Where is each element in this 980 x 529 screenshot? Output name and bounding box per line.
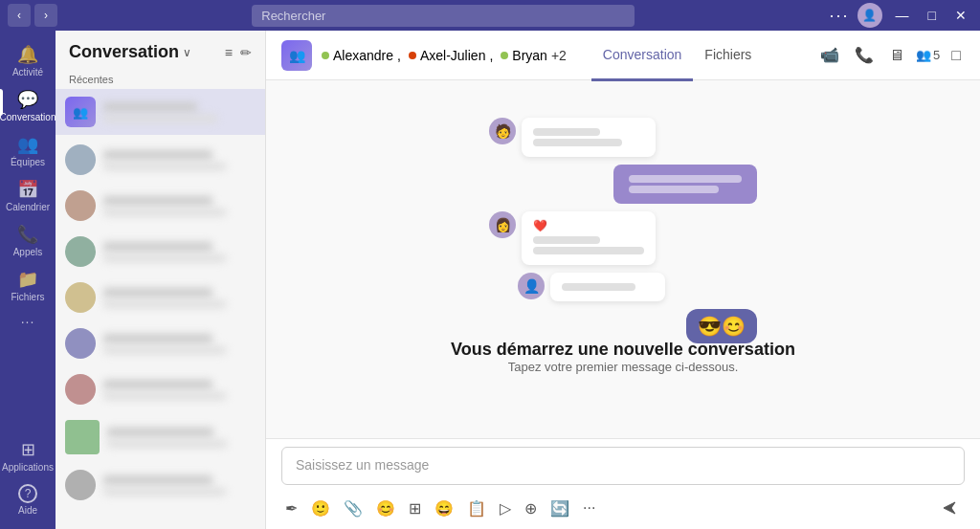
schedule-icon[interactable]: ▷ (496, 496, 515, 521)
participant-alexandre: Alexandre (333, 48, 393, 63)
main-content: 👥 Alexandre, Axel-Julien, Bryan +2 Conve… (266, 31, 980, 529)
close-button[interactable]: ✕ (949, 6, 972, 25)
sidebar-label-help: Aide (18, 505, 37, 516)
sticker-icon[interactable]: ⊞ (405, 496, 425, 521)
conv-item-preview (103, 300, 226, 308)
calendar-icon: 📅 (17, 179, 38, 200)
conv-item-content (103, 334, 240, 354)
conv-item-time (245, 107, 256, 118)
emoji-icon[interactable]: 🙂 (307, 496, 334, 521)
activity-icon: 🔔 (17, 44, 38, 65)
list-item[interactable] (56, 183, 265, 229)
sidebar-item-calendar[interactable]: 📅 Calendrier (0, 173, 56, 218)
conv-item-content (103, 380, 240, 400)
refresh-icon[interactable]: 🔄 (546, 496, 573, 521)
phone-call-icon[interactable]: 📞 (851, 42, 878, 68)
sidebar-item-help[interactable]: ? Aide (0, 478, 56, 521)
apps-icon: ⊞ (21, 439, 35, 460)
avatar (65, 236, 96, 267)
emoji2-icon[interactable]: 😊 (372, 496, 399, 521)
list-item[interactable] (56, 366, 265, 412)
avatar (65, 328, 96, 359)
conv-item-preview (103, 392, 226, 400)
send-button[interactable] (934, 493, 965, 523)
illus-avatar-1: 🧑 (489, 118, 516, 144)
conversation-list: 👥 (56, 89, 265, 529)
conv-title-dropdown[interactable]: ∨ (183, 46, 191, 59)
conv-item-name (103, 150, 212, 160)
search-input[interactable] (252, 5, 635, 27)
conversation-icon: 💬 (17, 89, 38, 110)
calls-icon: 📞 (17, 224, 38, 245)
conv-item-preview (103, 163, 226, 170)
loop-icon[interactable]: ⊕ (521, 496, 541, 521)
avatar (65, 420, 100, 454)
sidebar-item-activity[interactable]: 🔔 Activité (0, 38, 56, 83)
conv-panel-icons: ≡ ✏ (225, 45, 252, 60)
list-item[interactable] (56, 229, 265, 275)
list-item[interactable] (56, 320, 265, 366)
minimize-button[interactable]: — (890, 6, 915, 25)
conv-item-content (103, 475, 240, 496)
titlebar: ‹ › ··· 👤 — □ ✕ (0, 0, 980, 31)
list-item[interactable] (56, 275, 265, 320)
back-button[interactable]: ‹ (8, 4, 31, 27)
new-conv-illustration: 🧑 👩 (489, 144, 757, 317)
new-conv-subtitle: Tapez votre premier message ci-dessous. (508, 360, 739, 374)
tab-fichiers[interactable]: Fichiers (693, 32, 763, 81)
conv-item-preview (103, 115, 217, 122)
sidebar-item-apps[interactable]: ⊞ Applications (0, 433, 56, 478)
conv-panel-title: Conversation (69, 42, 179, 62)
compose-icon[interactable]: ✏ (240, 45, 252, 60)
conv-item-name (103, 475, 212, 485)
conv-item-time (248, 293, 256, 303)
sidebar-item-more[interactable]: ··· (0, 308, 56, 335)
titlebar-right: ··· 👤 — □ ✕ (830, 3, 972, 28)
sidebar-item-files[interactable]: 📁 Fichiers (0, 263, 56, 308)
sidebar-label-files: Fichiers (11, 292, 44, 302)
sidebar-item-teams[interactable]: 👥 Équipes (0, 128, 56, 173)
illus-avatar-3: 👤 (518, 273, 545, 299)
illus-line (533, 247, 644, 254)
illus-avatar-2: 👩 (489, 211, 516, 238)
more-tools-icon[interactable]: ··· (579, 496, 599, 520)
conv-item-preview (103, 209, 226, 216)
illus-line (533, 236, 600, 244)
conv-item-name (103, 380, 212, 389)
maximize-button[interactable]: □ (923, 6, 942, 25)
list-item[interactable] (56, 462, 265, 508)
message-input[interactable]: Saisissez un message (281, 447, 965, 485)
more-options-icon[interactable]: □ (947, 43, 965, 68)
forward-button[interactable]: › (34, 4, 57, 27)
conv-item-time (248, 432, 256, 443)
avatar: 👥 (65, 97, 96, 127)
tab-conversation[interactable]: Conversation (591, 32, 694, 81)
conv-item-time (248, 339, 256, 349)
list-item[interactable]: 👥 (56, 89, 265, 135)
avatar (65, 144, 96, 175)
format-icon[interactable]: ✒ (281, 496, 301, 521)
conv-item-content (103, 196, 240, 216)
clipboard-icon[interactable]: 📋 (463, 496, 490, 521)
video-call-icon[interactable]: 📹 (816, 42, 843, 68)
message-input-area: Saisissez un message ✒ 🙂 📎 😊 ⊞ 😄 📋 ▷ ⊕ 🔄… (266, 438, 980, 529)
list-item[interactable] (56, 412, 265, 462)
user-avatar[interactable]: 👤 (858, 3, 882, 28)
illus-line (562, 283, 635, 291)
illus-line (533, 139, 622, 146)
gif-icon[interactable]: 😄 (431, 496, 457, 521)
screen-share-icon[interactable]: 🖥 (885, 43, 908, 68)
teams-icon: 👥 (17, 134, 38, 155)
filter-icon[interactable]: ≡ (225, 45, 233, 60)
app-body: 🔔 Activité 💬 Conversation 👥 Équipes 📅 Ca… (0, 31, 980, 529)
list-item[interactable] (56, 137, 265, 183)
conv-item-time (248, 247, 256, 257)
emoji-display: 😎😊 (698, 316, 746, 337)
files-icon: 📁 (17, 269, 38, 290)
participant-count[interactable]: 👥 5 (916, 48, 940, 62)
attach-icon[interactable]: 📎 (340, 496, 367, 521)
avatar (65, 282, 96, 313)
more-options-icon[interactable]: ··· (830, 6, 850, 26)
sidebar-item-calls[interactable]: 📞 Appels (0, 218, 56, 263)
sidebar-item-conversation[interactable]: 💬 Conversation (0, 83, 56, 128)
